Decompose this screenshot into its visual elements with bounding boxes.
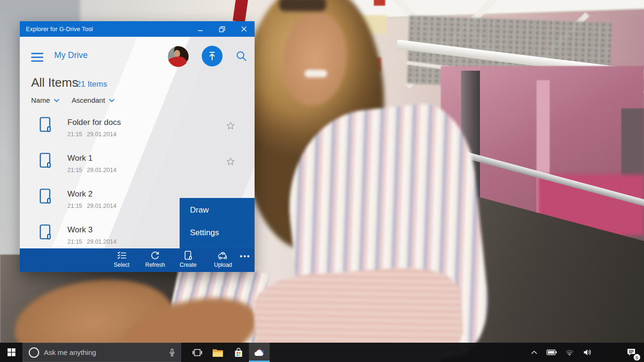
start-button[interactable] xyxy=(0,343,23,362)
file-row[interactable]: Folder for docs 21:1529.01.2014 xyxy=(20,113,255,149)
chevron-up-icon xyxy=(531,350,537,354)
star-icon xyxy=(225,156,236,167)
menu-item-draw[interactable]: Draw xyxy=(190,203,209,217)
volume-status[interactable] xyxy=(578,343,597,362)
gdrive-app-button[interactable] xyxy=(249,343,270,362)
file-meta: 21:1529.01.2014 xyxy=(67,131,121,138)
file-explorer-icon xyxy=(212,348,223,357)
file-date: 29.01.2014 xyxy=(87,131,116,138)
desktop: Explorer for G-Drive Tool xyxy=(0,0,644,362)
file-icon xyxy=(40,224,51,240)
file-date: 29.01.2014 xyxy=(87,203,116,209)
menu-item-settings[interactable]: Settings xyxy=(190,226,219,240)
refresh-icon xyxy=(150,251,160,260)
star-button[interactable] xyxy=(225,156,236,167)
file-meta: 21:1529.01.2014 xyxy=(67,167,121,173)
file-date: 29.01.2014 xyxy=(87,239,116,245)
system-tray: 5 xyxy=(526,343,644,362)
upload-label: Upload xyxy=(214,262,232,268)
file-date: 29.01.2014 xyxy=(87,167,116,173)
see-more-button[interactable]: ••• xyxy=(237,249,254,263)
tray-overflow-button[interactable] xyxy=(526,343,542,362)
file-name: Folder for docs xyxy=(67,118,121,127)
close-icon xyxy=(241,26,247,32)
create-button[interactable]: Create xyxy=(173,251,204,271)
file-icon xyxy=(40,189,51,205)
file-explorer-button[interactable] xyxy=(207,343,228,362)
select-label: Select xyxy=(114,262,129,268)
titlebar[interactable]: Explorer for G-Drive Tool xyxy=(20,21,255,37)
create-label: Create xyxy=(180,262,197,268)
file-meta: 21:1529.01.2014 xyxy=(67,203,121,209)
battery-status[interactable] xyxy=(542,343,561,362)
network-status[interactable] xyxy=(561,343,578,362)
command-bar: Select Refresh Create xyxy=(20,248,255,272)
refresh-button[interactable]: Refresh xyxy=(140,251,171,271)
action-center-button[interactable]: 5 xyxy=(621,343,641,362)
minimize-button[interactable] xyxy=(190,21,211,37)
windows-logo-icon xyxy=(8,348,16,356)
select-icon xyxy=(117,251,127,260)
star-button[interactable] xyxy=(225,121,236,131)
file-name: Work 2 xyxy=(67,189,93,199)
context-menu: Draw Settings xyxy=(180,198,255,248)
file-time: 21:15 xyxy=(67,239,82,245)
taskbar: 5 xyxy=(0,343,644,362)
store-button[interactable] xyxy=(228,343,249,362)
file-meta: 21:1529.01.2014 xyxy=(67,239,121,245)
wallpaper-shape xyxy=(279,0,326,11)
gdrive-app-icon xyxy=(253,347,265,358)
wallpaper-shape xyxy=(374,0,385,6)
file-icon xyxy=(40,153,51,169)
window-controls xyxy=(190,21,255,37)
app-window: Explorer for G-Drive Tool xyxy=(20,21,255,272)
file-time: 21:15 xyxy=(67,203,82,209)
restore-icon xyxy=(219,26,225,33)
refresh-label: Refresh xyxy=(145,262,165,268)
close-button[interactable] xyxy=(233,21,255,37)
upload-cloud-icon xyxy=(217,251,229,260)
maximize-button[interactable] xyxy=(211,21,233,37)
file-time: 21:15 xyxy=(67,131,82,138)
battery-icon xyxy=(546,349,557,355)
upload-button[interactable]: Upload xyxy=(207,251,239,271)
create-icon xyxy=(184,251,192,260)
file-row[interactable]: Work 1 21:1529.01.2014 xyxy=(20,149,255,185)
file-name: Work 3 xyxy=(67,225,93,235)
store-icon xyxy=(233,347,244,358)
minimize-icon xyxy=(198,26,203,32)
file-time: 21:15 xyxy=(67,167,82,173)
task-view-icon xyxy=(192,348,202,357)
notification-badge: 5 xyxy=(634,354,640,361)
search-input[interactable] xyxy=(44,348,168,356)
microphone-icon[interactable] xyxy=(168,348,176,357)
cortana-icon xyxy=(29,347,39,358)
file-name: Work 1 xyxy=(67,154,93,163)
taskbar-search[interactable] xyxy=(23,343,181,362)
wallpaper-shape xyxy=(233,0,248,23)
wifi-icon xyxy=(565,349,574,356)
speaker-icon xyxy=(583,349,592,356)
app-content: My Drive All Items 21 It xyxy=(20,37,255,248)
file-icon xyxy=(40,117,51,133)
task-view-button[interactable] xyxy=(187,343,207,362)
window-title: Explorer for G-Drive Tool xyxy=(20,26,93,33)
select-button[interactable]: Select xyxy=(106,251,137,271)
wallpaper-shape xyxy=(305,70,327,77)
star-icon xyxy=(225,121,236,131)
